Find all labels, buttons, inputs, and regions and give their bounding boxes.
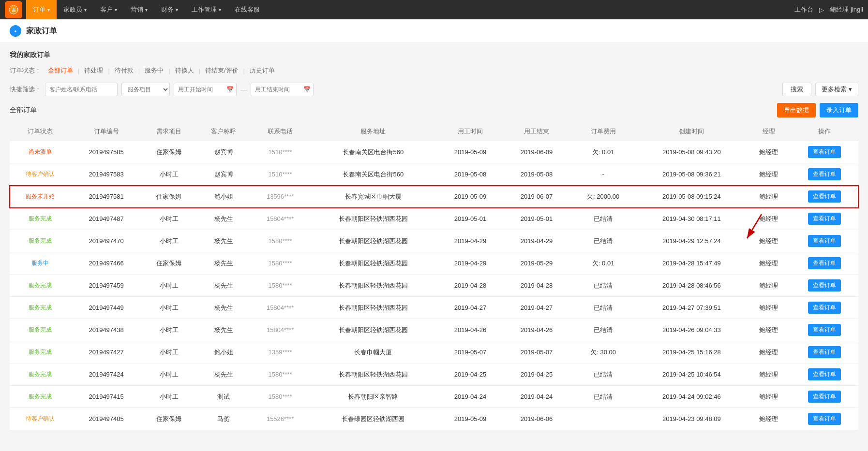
view-order-button[interactable]: 查看订单: [808, 346, 841, 358]
order-status: 服务完成: [10, 386, 71, 408]
view-order-button[interactable]: 查看订单: [808, 190, 841, 203]
view-order-button[interactable]: 查看订单: [808, 413, 841, 425]
enter-order-button[interactable]: 录入订单: [820, 103, 858, 117]
customer-search-input[interactable]: [45, 83, 118, 96]
order-fee: 已结清: [570, 364, 637, 386]
nav-item-customer[interactable]: 客户 ▾: [93, 0, 124, 19]
table-row: 待客户确认 2019497405 住家保姆 马贺 15526**** 长春绿园区…: [10, 408, 858, 430]
view-order-button[interactable]: 查看订单: [808, 368, 841, 380]
order-status: 服务完成: [10, 275, 71, 297]
order-fee: 已结清: [570, 386, 637, 408]
order-manager: 鲍经理: [747, 386, 791, 408]
order-status: 服务中: [10, 252, 71, 275]
col-fee: 订单费用: [570, 122, 637, 141]
nav-right-area: 工作台 ▷ 鲍经理 jingli: [794, 5, 863, 14]
order-customer: 杨先生: [196, 252, 251, 275]
nav-item-marketing[interactable]: 营销 ▾: [124, 0, 154, 19]
order-end: 2019-06-06: [503, 408, 569, 430]
order-customer: 杨先生: [196, 297, 251, 319]
order-create-time: 2019-04-25 10:46:54: [637, 364, 747, 386]
view-order-button[interactable]: 查看订单: [808, 235, 841, 247]
view-order-button[interactable]: 查看订单: [808, 391, 841, 403]
tab-payment[interactable]: 待付款: [112, 65, 136, 76]
col-create: 创建时间: [637, 122, 747, 141]
order-address: 长春朝阳区轻铁湖西花园: [309, 208, 437, 230]
table-row: 服务中 2019497466 住家保姆 杨先生 1580**** 长春朝阳区轻铁…: [10, 252, 858, 275]
order-fee: 欠: 2000.00: [570, 186, 637, 208]
nav-item-finance[interactable]: 财务 ▾: [154, 0, 185, 19]
order-service: 小时工: [142, 297, 196, 319]
col-start: 用工时间: [437, 122, 503, 141]
brand-logo[interactable]: 吉: [5, 1, 22, 18]
tab-replace[interactable]: 待换人: [172, 65, 197, 76]
order-create-time: 2019-04-28 15:47:49: [637, 252, 747, 275]
svg-text:●: ●: [15, 29, 17, 33]
order-phone: 15804****: [251, 208, 309, 230]
order-customer: 杨先生: [196, 364, 251, 386]
order-end: 2019-04-27: [503, 297, 569, 319]
order-fee: 已结清: [570, 275, 637, 297]
tab-all-orders[interactable]: 全部订单: [45, 65, 76, 76]
view-order-button[interactable]: 查看订单: [808, 168, 841, 180]
table-row: 服务完成 2019497470 小时工 杨先生 1580**** 长春朝阳区轻铁…: [10, 230, 858, 252]
workbench-link[interactable]: 工作台: [794, 5, 813, 14]
view-order-button[interactable]: 查看订单: [808, 146, 841, 158]
tab-history[interactable]: 历史订单: [247, 65, 278, 76]
view-order-button[interactable]: 查看订单: [808, 324, 841, 336]
order-action: 查看订单: [791, 252, 858, 275]
order-manager: 鲍经理: [747, 297, 791, 319]
order-status: 服务未开始: [10, 186, 71, 208]
order-manager: 鲍经理: [747, 364, 791, 386]
end-date-input[interactable]: [251, 83, 314, 96]
col-phone: 联系电话: [251, 122, 309, 141]
order-manager: 鲍经理: [747, 230, 791, 252]
tab-end-review[interactable]: 待结束/评价: [202, 65, 241, 76]
order-create-time: 2019-04-23 09:48:09: [637, 408, 747, 430]
order-phone: 1510****: [251, 141, 309, 163]
tab-in-service[interactable]: 服务中: [142, 65, 166, 76]
notification-icon[interactable]: ▷: [819, 6, 824, 14]
order-action: 查看订单: [791, 386, 858, 408]
order-start: 2019-04-29: [437, 252, 503, 275]
nav-item-work-management[interactable]: 工作管理 ▾: [185, 0, 228, 19]
table-row: 服务完成 2019497427 小时工 鲍小姐 1359**** 长春巾帼大厦 …: [10, 341, 858, 364]
order-manager: 鲍经理: [747, 275, 791, 297]
nav-item-online-service[interactable]: 在线客服: [228, 0, 267, 19]
search-button[interactable]: 搜索: [782, 83, 811, 96]
tab-pending[interactable]: 待处理: [81, 65, 106, 76]
col-service: 需求项目: [142, 122, 196, 141]
view-order-button[interactable]: 查看订单: [808, 213, 841, 225]
view-order-button[interactable]: 查看订单: [808, 279, 841, 291]
nav-item-order[interactable]: 订单 ▾: [26, 0, 57, 19]
order-phone: 1580****: [251, 252, 309, 275]
order-id: 2019497583: [71, 163, 142, 186]
export-button[interactable]: 导出数据: [777, 103, 816, 117]
order-fee: [570, 408, 637, 430]
order-fee: 已结清: [570, 297, 637, 319]
order-start: 2019-04-25: [437, 364, 503, 386]
order-action: 查看订单: [791, 141, 858, 163]
view-order-button[interactable]: 查看订单: [808, 257, 841, 269]
order-customer: 鲍小姐: [196, 186, 251, 208]
order-customer: 杨先生: [196, 208, 251, 230]
order-status: 待客户确认: [10, 163, 71, 186]
order-address: 长春宽城区巾帼大厦: [309, 186, 437, 208]
col-status: 订单状态: [10, 122, 71, 141]
order-address: 长春南关区电台街560: [309, 163, 437, 186]
order-address: 长春朝阳区轻铁湖西花园: [309, 275, 437, 297]
col-action: 操作: [791, 122, 858, 141]
service-item-select[interactable]: 服务项目 住家保姆 小时工: [121, 83, 170, 96]
more-search-button[interactable]: 更多检索 ▾: [815, 83, 858, 96]
order-manager: 鲍经理: [747, 163, 791, 186]
start-date-input[interactable]: [174, 83, 237, 96]
order-address: 长春朝阳区轻铁湖西花园: [309, 252, 437, 275]
nav-item-worker[interactable]: 家政员 ▾: [57, 0, 93, 19]
status-tabs-label: 订单状态：: [10, 66, 41, 75]
order-action: 查看订单: [791, 297, 858, 319]
order-start: 2019-04-28: [437, 275, 503, 297]
order-address: 长春朝阳区轻铁湖西花园: [309, 230, 437, 252]
table-header-row: 订单状态 订单编号 需求项目 客户称呼 联系电话 服务地址 用工时间 用工结束 …: [10, 122, 858, 141]
view-order-button[interactable]: 查看订单: [808, 302, 841, 314]
table-row: 服务完成 2019497449 小时工 杨先生 15804**** 长春朝阳区轻…: [10, 297, 858, 319]
order-fee: 已结清: [570, 319, 637, 341]
